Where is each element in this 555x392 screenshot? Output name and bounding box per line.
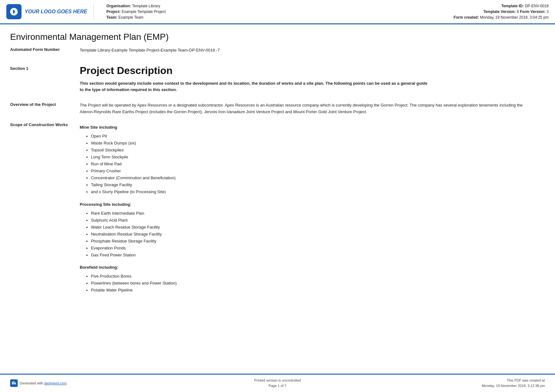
borefield-list: Five Production Bores Powerlines (betwee… xyxy=(80,273,545,294)
list-item: Run of Mine Pad xyxy=(80,161,545,168)
project-value: Example Template Project xyxy=(122,9,165,14)
form-created-label: Form created: xyxy=(453,15,479,20)
list-item: Concentrator (Comminution and Beneficiat… xyxy=(80,175,545,181)
page-footer: Generated with dashpivot.com Printed ver… xyxy=(0,374,555,392)
mine-site-section: Mine Site including Open Pit Waste Rock … xyxy=(80,125,545,196)
mine-site-list: Open Pit Waste Rock Dumps (six) Topsoil … xyxy=(80,133,545,196)
project-label: Project: xyxy=(106,9,121,14)
svg-rect-0 xyxy=(12,382,13,384)
header-meta-col-1: Organisation: Template Library Project: … xyxy=(106,4,165,20)
template-id-label: Template ID: xyxy=(501,4,524,8)
logo-text: YOUR LOGO GOES HERE xyxy=(25,9,87,15)
page-header: YOUR LOGO GOES HERE Organisation: Templa… xyxy=(0,0,555,24)
form-version-label: Form Version: xyxy=(520,9,546,14)
logo-section: YOUR LOGO GOES HERE xyxy=(6,4,94,20)
borefield-heading: Borefield including: xyxy=(80,265,545,270)
list-item: Long Term Stockpile xyxy=(80,154,545,161)
section1-subtext: This section would generally include som… xyxy=(80,80,428,94)
list-item: Tailing Storage Facility xyxy=(80,181,545,188)
footer-link[interactable]: dashpivot.com xyxy=(44,381,67,385)
list-item: Five Production Bores xyxy=(80,273,545,280)
form-created-value: Monday, 19 November 2018, 3:04:25 pm xyxy=(480,15,549,20)
list-item: Gas Fired Power Station xyxy=(80,252,545,259)
footer-logo-icon xyxy=(10,379,18,387)
list-item: Sulphuric Acid Plant xyxy=(80,217,545,224)
org-value: Template Library xyxy=(132,4,160,8)
footer-center: Printed version is uncontrolled Page 1 o… xyxy=(99,378,456,389)
list-item: Waste Rock Dumps (six) xyxy=(80,140,545,147)
header-meta-col-2: Template ID: DP-ENV-0018 Template Versio… xyxy=(453,4,549,20)
borefield-section: Borefield including: Five Production Bor… xyxy=(80,265,545,294)
list-item: Rare Earth Intermediate Plan xyxy=(80,210,545,217)
section1-row: Section 1 Project Description This secti… xyxy=(10,65,545,96)
template-id-value: DP-ENV-0018 xyxy=(525,4,549,8)
list-item: Neutralisation Residue Storage Facility xyxy=(80,231,545,238)
list-item: Evaporation Ponds xyxy=(80,245,545,252)
team-value: Example Team xyxy=(118,15,143,20)
project-field: Project: Example Template Project xyxy=(106,9,165,14)
list-item: Potable Water Pipeline xyxy=(80,287,545,294)
mine-site-heading: Mine Site including xyxy=(80,125,545,130)
processing-site-heading: Processing Site including: xyxy=(80,202,545,207)
scope-label: Scope of Construction Works xyxy=(10,122,80,128)
section1-heading: Project Description xyxy=(80,65,545,77)
scope-content: Mine Site including Open Pit Waste Rock … xyxy=(80,122,545,300)
automated-form-row: Automated Form Number Template Library-E… xyxy=(10,47,545,58)
list-item: Topsoil Stockpiles xyxy=(80,147,545,154)
list-item: and x Slurry Pipeline (to Processing Sit… xyxy=(80,188,545,195)
team-field: Team: Example Team xyxy=(106,15,165,20)
footer-generated-text: Generated with dashpivot.com xyxy=(20,381,67,385)
form-created-field: Form created: Monday, 19 November 2018, … xyxy=(453,15,549,20)
list-item: Phosphate Residue Storage Facility xyxy=(80,238,545,245)
svg-rect-2 xyxy=(15,383,16,384)
list-item: Powerlines (between bores and Power Stat… xyxy=(80,280,545,287)
template-version-value: 8 xyxy=(517,9,519,14)
template-version-field: Template Version: 8 Form Version: 3 xyxy=(453,9,549,14)
logo-icon xyxy=(6,4,22,19)
header-meta: Organisation: Template Library Project: … xyxy=(100,4,549,20)
org-label: Organisation: xyxy=(106,4,131,8)
form-version-value: 3 xyxy=(546,9,549,14)
footer-left: Generated with dashpivot.com xyxy=(10,379,99,387)
footer-right: This PDF was created at Monday, 19 Novem… xyxy=(456,378,545,389)
footer-uncontrolled: Printed version is uncontrolled xyxy=(99,378,456,383)
automated-form-label: Automated Form Number xyxy=(10,47,80,52)
list-item: Primary Crusher xyxy=(80,168,545,175)
section1-label: Section 1 xyxy=(10,65,80,71)
org-field: Organisation: Template Library xyxy=(106,4,165,8)
overview-row: Overview of the Project The Project will… xyxy=(10,102,545,115)
section1-content: Project Description This section would g… xyxy=(80,65,545,96)
footer-created-label: This PDF was created at xyxy=(456,378,545,383)
footer-page-number: Page 1 of 7 xyxy=(99,383,456,389)
overview-label: Overview of the Project xyxy=(10,102,80,107)
team-label: Team: xyxy=(106,15,117,20)
list-item: Open Pit xyxy=(80,133,545,140)
list-item: Water Leach Residue Storage Facility xyxy=(80,224,545,231)
processing-site-section: Processing Site including: Rare Earth In… xyxy=(80,202,545,259)
automated-form-value: Template Library-Example Template Projec… xyxy=(80,47,545,53)
main-content: Environmental Management Plan (EMP) Auto… xyxy=(0,24,555,328)
processing-site-list: Rare Earth Intermediate Plan Sulphuric A… xyxy=(80,210,545,259)
scope-row: Scope of Construction Works Mine Site in… xyxy=(10,122,545,300)
template-id-field: Template ID: DP-ENV-0018 xyxy=(453,4,549,8)
svg-rect-1 xyxy=(14,381,15,384)
overview-text: The Project will be operated by Apex Res… xyxy=(80,102,523,115)
footer-created-date: Monday, 19 November 2018, 3:12:38 pm xyxy=(456,383,545,389)
document-title: Environmental Management Plan (EMP) xyxy=(10,32,545,42)
template-version-label: Template Version: xyxy=(483,9,515,14)
